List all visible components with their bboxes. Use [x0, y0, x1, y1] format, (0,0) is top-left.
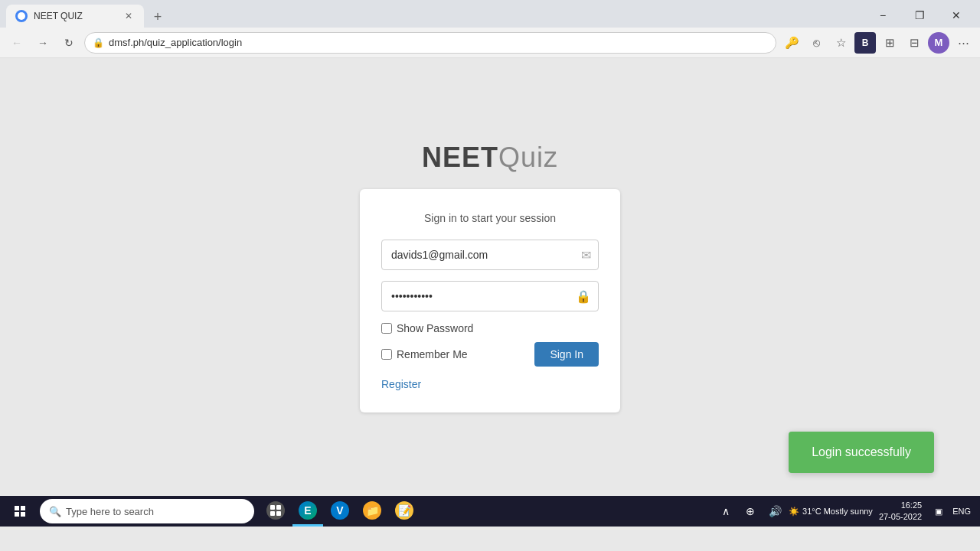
password-manager-icon[interactable]: 🔑	[781, 32, 802, 54]
taskbar-tray: ∧ ⊕ 🔊 ☀️ 31°C Mostly sunny 16:25 27-05-2…	[715, 500, 977, 523]
toolbar-icons: 🔑 ⎋ ☆ B ⊞ ⊟ M ⋯	[781, 32, 974, 54]
share-icon[interactable]: ⎋	[805, 32, 827, 54]
taskview-icon	[266, 501, 285, 520]
show-password-row: Show Password	[381, 322, 599, 334]
clock-display[interactable]: 16:25 27-05-2022	[879, 500, 922, 523]
tray-chevron[interactable]: ∧	[715, 500, 737, 522]
taskbar-search-icon: 🔍	[49, 506, 61, 517]
extensions-icon[interactable]: ⊞	[879, 32, 900, 54]
profile-button[interactable]: M	[928, 32, 949, 54]
ssl-lock-icon: 🔒	[93, 37, 104, 48]
vscode-icon: V	[331, 501, 349, 520]
language-indicator: ENG	[952, 507, 971, 516]
back-button[interactable]: ←	[6, 32, 28, 54]
sidebar-icon[interactable]: ⊟	[903, 32, 925, 54]
app-title-light: Quiz	[498, 142, 558, 173]
address-text: dmsf.ph/quiz_application/login	[109, 37, 768, 48]
weather-icon: ☀️	[789, 507, 799, 517]
explorer-icon: 📁	[363, 501, 381, 520]
tab-close-button[interactable]: ✕	[122, 10, 135, 22]
svg-point-0	[18, 12, 25, 20]
register-link[interactable]: Register	[381, 378, 421, 390]
b-extension-icon[interactable]: B	[854, 32, 876, 54]
address-bar-row: ← → ↻ 🔒 dmsf.ph/quiz_application/login 🔑…	[0, 28, 980, 58]
bookmark-icon[interactable]: ☆	[830, 32, 851, 54]
taskbar-search[interactable]: 🔍 Type here to search	[40, 499, 254, 523]
address-bar[interactable]: 🔒 dmsf.ph/quiz_application/login	[84, 32, 776, 54]
email-input-group: ✉	[381, 240, 599, 270]
success-toast: Login successfully	[789, 432, 934, 473]
svg-rect-4	[276, 511, 281, 516]
show-password-checkbox[interactable]	[381, 323, 392, 334]
password-input[interactable]	[381, 281, 599, 311]
start-button[interactable]	[3, 496, 37, 527]
password-input-group: 🔒	[381, 281, 599, 311]
login-card: Sign in to start your session ✉ 🔒 Show P…	[360, 189, 620, 412]
stickynotes-app[interactable]: 📝	[389, 496, 420, 527]
new-tab-button[interactable]: +	[147, 6, 168, 28]
svg-rect-3	[270, 511, 275, 516]
restore-button[interactable]: ❐	[902, 3, 937, 28]
app-title: NEETQuiz	[422, 142, 558, 174]
minimize-button[interactable]: −	[865, 3, 900, 28]
refresh-button[interactable]: ↻	[58, 32, 80, 54]
taskbar: 🔍 Type here to search E V 📁 📝 ∧ ⊕ 🔊	[0, 496, 980, 527]
date-text: 27-05-2022	[879, 511, 922, 523]
svg-rect-1	[270, 505, 275, 510]
settings-icon[interactable]: ⋯	[952, 32, 974, 54]
weather-display: ☀️ 31°C Mostly sunny	[789, 507, 873, 517]
taskbar-apps: E V 📁 📝	[260, 496, 420, 527]
edge-icon: E	[299, 501, 317, 520]
window-controls: − ❐ ✕	[865, 3, 974, 28]
taskbar-search-text: Type here to search	[66, 506, 154, 517]
volume-tray-icon[interactable]: 🔊	[764, 500, 786, 522]
page-content: NEETQuiz Sign in to start your session ✉…	[0, 58, 980, 496]
browser-chrome: NEET QUIZ ✕ + − ❐ ✕ ← → ↻ 🔒 dmsf.ph/quiz…	[0, 0, 980, 58]
weather-text: 31°C Mostly sunny	[802, 507, 873, 516]
explorer-app[interactable]: 📁	[357, 496, 387, 527]
edge-app[interactable]: E	[292, 496, 323, 527]
active-tab[interactable]: NEET QUIZ ✕	[6, 5, 144, 28]
notification-icon[interactable]: ▣	[928, 500, 949, 522]
remember-signin-row: Remember Me Sign In	[381, 342, 599, 367]
email-input[interactable]	[381, 240, 599, 270]
remember-me-label[interactable]: Remember Me	[397, 348, 468, 360]
email-icon: ✉	[581, 248, 591, 262]
close-button[interactable]: ✕	[939, 3, 974, 28]
network-tray-icon[interactable]: ⊕	[740, 500, 761, 522]
tab-favicon	[15, 10, 28, 22]
app-title-bold: NEET	[422, 142, 498, 173]
taskview-app[interactable]	[260, 496, 291, 527]
forward-button[interactable]: →	[32, 32, 54, 54]
time-text: 16:25	[879, 500, 922, 511]
card-subtitle: Sign in to start your session	[381, 212, 599, 224]
vscode-app[interactable]: V	[325, 496, 355, 527]
signin-button[interactable]: Sign In	[534, 342, 599, 367]
svg-rect-2	[276, 505, 281, 510]
show-password-label[interactable]: Show Password	[397, 322, 473, 334]
password-lock-icon: 🔒	[576, 289, 591, 304]
remember-me-group: Remember Me	[381, 348, 468, 360]
login-container: NEETQuiz Sign in to start your session ✉…	[360, 142, 620, 412]
stickynotes-icon: 📝	[395, 501, 413, 520]
remember-me-checkbox[interactable]	[381, 349, 392, 360]
tab-label: NEET QUIZ	[34, 11, 116, 21]
